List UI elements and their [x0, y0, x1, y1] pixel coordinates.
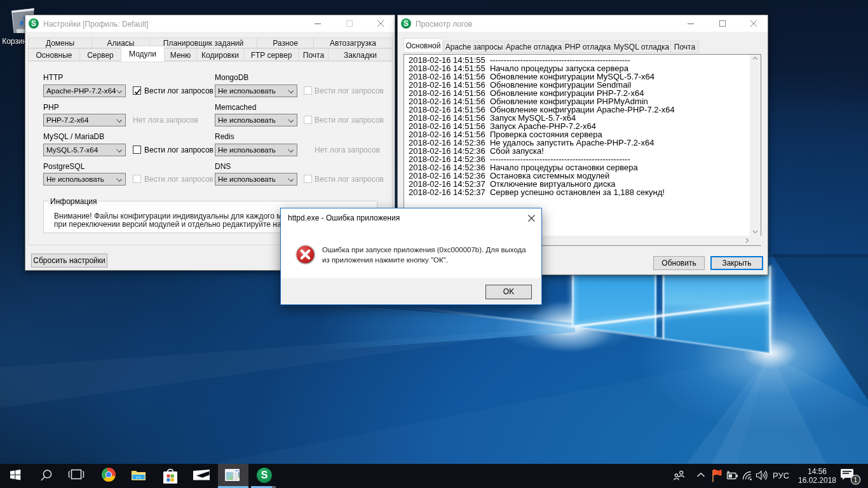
- svg-text:1: 1: [854, 476, 858, 484]
